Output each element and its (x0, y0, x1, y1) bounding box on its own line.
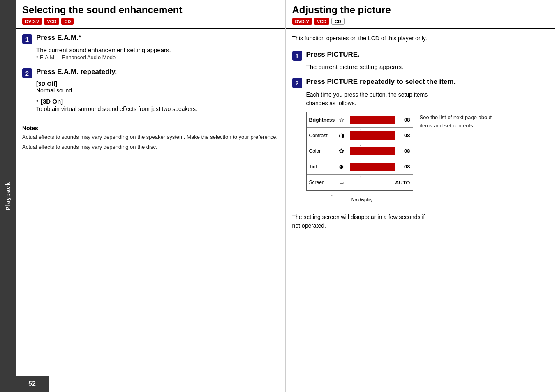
screen-label: Screen (309, 180, 335, 185)
main-content: 52 Selecting the sound enhancement DVD-V… (16, 0, 555, 392)
left-step1-body: The current sound enhancement setting ap… (22, 46, 279, 53)
notes-section: Notes Actual effects to sounds may vary … (16, 120, 285, 155)
left-step2-option1: [3D Off] Normal sound. (22, 81, 279, 94)
brightness-label: Brightness (309, 117, 335, 123)
diagram-wrapper: → Brightness ☆ 08 ↓ Contrast (299, 112, 413, 202)
color-value: 08 (399, 148, 410, 154)
left-section-header: Selecting the sound enhancement DVD-V VC… (16, 0, 285, 29)
tint-label: Tint (309, 164, 335, 170)
notes-line2-text: Actual effects to sounds may vary depend… (22, 144, 157, 150)
bottom-note-line2: not operated. (292, 222, 326, 229)
left-step1-note: * E.A.M. = Enhanced Audio Mode (22, 54, 279, 60)
right-step2-num: 2 (292, 78, 302, 88)
screen-value: AUTO (390, 180, 410, 186)
badge-cd-left: CD (61, 18, 74, 25)
right-step2-body1: Each time you press the button, the setu… (306, 91, 428, 98)
screen-icon: ▭ (337, 178, 346, 187)
right-step1-title: Press PICTURE. (306, 50, 360, 59)
badge-cd-right: CD (331, 18, 345, 25)
left-step2-title: Press E.A.M. repeatedly. (36, 67, 117, 76)
down-arrow-5: ↓ (306, 191, 333, 196)
no-display-row: ↓ (306, 191, 413, 196)
left-step2: 2 Press E.A.M. repeatedly. [3D Off] Norm… (16, 63, 285, 116)
right-step1-num: 1 (292, 51, 302, 61)
contrast-value: 08 (399, 132, 410, 138)
brightness-arrow: → (300, 119, 305, 124)
right-intro-text: This function operates on the LCD of thi… (292, 35, 427, 42)
left-step1-header: 1 Press E.A.M.* (22, 33, 279, 44)
page-number: 52 (16, 376, 49, 392)
left-step2-num: 2 (22, 68, 32, 78)
right-title: Adjusting the picture (292, 4, 549, 16)
contrast-label: Contrast (309, 133, 335, 138)
bottom-note: The setting screen will disappear in a f… (286, 209, 555, 233)
right-step2-header: 2 Press PICTURE repeatedly to select the… (292, 77, 549, 88)
sidebar-label: Playback (5, 182, 11, 210)
left-step2-header: 2 Press E.A.M. repeatedly. (22, 67, 279, 78)
tint-bar (350, 163, 395, 171)
right-intro: This function operates on the LCD of thi… (286, 29, 555, 46)
color-bar (350, 147, 395, 155)
badge-dvdv-left: DVD-V (22, 18, 42, 25)
left-step1: 1 Press E.A.M.* The current sound enhanc… (16, 29, 285, 63)
diagram-row-brightness: Brightness ☆ 08 ↓ (307, 112, 413, 128)
badge-dvdv-right: DVD-V (292, 18, 312, 25)
right-step2-title: Press PICTURE repeatedly to select the i… (306, 77, 456, 86)
left-step1-title: Press E.A.M.* (36, 33, 81, 42)
badge-vcd-left: VCD (44, 18, 59, 25)
notes-line2: Actual effects to sounds may vary depend… (22, 143, 279, 151)
notes-title: Notes (22, 125, 279, 131)
down-arrow-2: ↓ (360, 142, 362, 147)
right-step1-body-text: The current picture setting appears. (306, 63, 404, 70)
sidebar: Playback (0, 0, 16, 392)
option1-label: [3D Off] (36, 81, 279, 87)
bullet-dot: • (36, 98, 38, 104)
tint-value: 08 (399, 164, 410, 170)
notes-line1-text: Actual effects to sounds may vary depend… (22, 134, 278, 140)
right-step2-body2: changes as follows. (306, 100, 356, 106)
option2-label: [3D On] (41, 98, 63, 105)
contrast-icon: ◑ (337, 131, 346, 140)
right-step2-body: Each time you press the button, the setu… (292, 90, 549, 108)
left-step1-num: 1 (22, 34, 32, 44)
option2-text: To obtain virtual surround sound effects… (22, 105, 279, 113)
down-arrow-1: ↓ (360, 126, 362, 131)
picture-diagram: → Brightness ☆ 08 ↓ Contrast (299, 112, 542, 202)
right-column: Adjusting the picture DVD-V VCD CD This … (286, 0, 555, 392)
diagram-side-note: See the list of next page about items an… (420, 112, 494, 202)
left-column: Selecting the sound enhancement DVD-V VC… (16, 0, 286, 392)
notes-line1: Actual effects to sounds may vary depend… (22, 133, 279, 141)
left-step1-body-text: The current sound enhancement setting ap… (36, 46, 171, 53)
diagram-table: Brightness ☆ 08 ↓ Contrast ◑ 08 (306, 112, 413, 191)
right-badge-row: DVD-V VCD CD (292, 18, 549, 25)
right-step1-header: 1 Press PICTURE. (292, 50, 549, 61)
brightness-icon: ☆ (337, 115, 346, 125)
left-title: Selecting the sound enhancement (22, 4, 279, 16)
right-step1: 1 Press PICTURE. The current picture set… (286, 46, 555, 73)
left-step2-option2: • [3D On] (22, 98, 279, 105)
brightness-value: 08 (399, 117, 410, 123)
right-section-header: Adjusting the picture DVD-V VCD CD (286, 0, 555, 29)
down-arrow-3: ↓ (360, 157, 362, 162)
down-arrow-4: ↓ (360, 173, 362, 178)
right-step1-body: The current picture setting appears. (292, 63, 549, 70)
bottom-note-line1: The setting screen will disappear in a f… (292, 214, 425, 220)
option1-text: Normal sound. (36, 87, 279, 94)
brightness-bar (350, 116, 394, 124)
badge-vcd-right: VCD (314, 18, 329, 25)
color-icon: ✿ (337, 147, 346, 156)
left-badge-row: DVD-V VCD CD (22, 18, 279, 25)
tint-icon: ☻ (337, 162, 346, 171)
contrast-bar (350, 131, 395, 140)
no-display-label: No display (299, 197, 413, 202)
right-step2: 2 Press PICTURE repeatedly to select the… (286, 73, 555, 209)
color-label: Color (309, 148, 335, 154)
